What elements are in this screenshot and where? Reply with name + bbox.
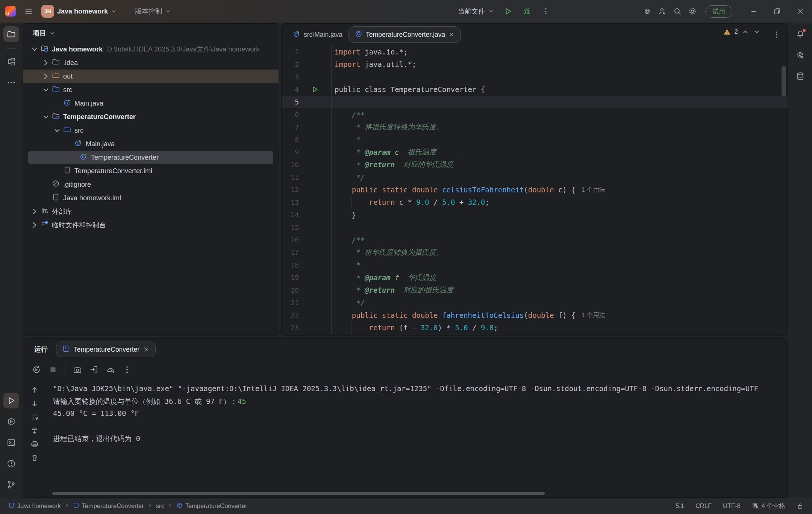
clear-console-trash-button[interactable]: [30, 454, 39, 462]
unlock-icon[interactable]: [797, 502, 804, 509]
editor-scrollbar[interactable]: [782, 66, 786, 97]
tool-window-git-button[interactable]: [3, 477, 19, 493]
tree-expand-chevron-icon[interactable]: [30, 207, 39, 216]
tree-item[interactable]: Java homework.iml: [23, 191, 279, 205]
tab-options-kebab-icon[interactable]: [773, 30, 781, 39]
tree-item[interactable]: .idea: [23, 56, 279, 70]
vcs-widget[interactable]: 版本控制: [135, 7, 171, 16]
run-gutter-icon[interactable]: [299, 86, 331, 93]
tool-window-problems-button[interactable]: [3, 456, 19, 472]
tree-expand-chevron-icon[interactable]: [41, 71, 51, 81]
ai-chat-button[interactable]: [792, 47, 808, 63]
more-run-options-button[interactable]: [538, 4, 553, 19]
line-number: 5: [282, 98, 299, 106]
code-text: *: [331, 259, 788, 271]
tree-item[interactable]: .gitignore: [23, 178, 279, 191]
search-everywhere-button[interactable]: [670, 4, 685, 19]
soft-wrap-button[interactable]: [30, 413, 39, 421]
svg-text:C: C: [357, 32, 360, 36]
ai-assistant-button[interactable]: [640, 4, 655, 19]
code-with-me-button[interactable]: [655, 4, 670, 19]
tree-item[interactable]: CTemperatureConverter: [28, 151, 273, 164]
snapshot-camera-button[interactable]: [73, 365, 82, 374]
breadcrumb-label: Java homework: [17, 502, 61, 509]
svg-text:C: C: [178, 503, 180, 507]
foldersrc-icon: [62, 126, 72, 135]
debug-button[interactable]: [520, 4, 535, 19]
git-branch-icon: [7, 480, 16, 489]
tool-window-terminal-button[interactable]: [3, 435, 19, 451]
run-tab[interactable]: TemperatureConverter: [56, 342, 156, 357]
caret-position[interactable]: 5:1: [676, 502, 684, 509]
editor-tab-active[interactable]: CTemperatureConverter.java: [348, 26, 461, 43]
settings-button[interactable]: [685, 4, 700, 19]
console-output[interactable]: "D:\Java JDK25\bin\java.exe" "-javaagent…: [46, 380, 788, 497]
tree-indent: [52, 98, 62, 108]
database-button[interactable]: [792, 68, 808, 84]
tree-expand-chevron-icon[interactable]: [41, 58, 51, 68]
tool-window-structure-button[interactable]: [3, 54, 19, 70]
line-number: 2: [282, 60, 299, 68]
tree-item[interactable]: CMain.java: [23, 97, 279, 110]
tree-item[interactable]: src: [23, 83, 279, 97]
scroll-down-button[interactable]: [30, 399, 39, 408]
minimize-button[interactable]: [742, 0, 765, 23]
main-menu-button[interactable]: [21, 4, 36, 19]
close-tab-icon[interactable]: [448, 32, 454, 38]
breadcrumb-item[interactable]: CTemperatureConverter: [176, 502, 247, 510]
tree-expand-chevron-icon[interactable]: [30, 44, 39, 54]
code-editor[interactable]: 1import java.io.*;2import java.util.*;34…: [282, 45, 788, 334]
tree-item[interactable]: TemperatureConverter.iml: [23, 164, 279, 178]
line-separator[interactable]: CRLF: [695, 502, 712, 509]
tree-item[interactable]: CMain.java: [23, 137, 279, 151]
editor-tab[interactable]: Csrc\Main.java: [287, 26, 348, 43]
notifications-button[interactable]: [792, 26, 808, 42]
prev-warning-chevron-up-icon[interactable]: [742, 28, 749, 36]
tool-window-run-button[interactable]: [3, 393, 19, 408]
tree-expand-chevron-icon[interactable]: [41, 85, 51, 95]
scroll-to-end-button[interactable]: [30, 426, 39, 435]
scratch-icon: [39, 221, 49, 230]
tree-expand-chevron-icon[interactable]: [41, 112, 51, 122]
indent-setting[interactable]: 4 个空格: [752, 502, 785, 510]
tree-item[interactable]: 外部库: [23, 205, 279, 218]
run-options-kebab-icon[interactable]: [123, 365, 132, 374]
run-config-selector[interactable]: 当前文件: [458, 7, 494, 16]
breadcrumb-item[interactable]: Java homework: [8, 502, 61, 510]
project-widget[interactable]: JH Java homework: [41, 5, 117, 18]
project-panel-header[interactable]: 项目: [23, 24, 279, 42]
profiler-gauge-button[interactable]: [106, 365, 115, 374]
print-button[interactable]: [30, 440, 39, 448]
code-text: *: [331, 133, 788, 146]
attach-console-button[interactable]: [89, 365, 98, 374]
breadcrumb-label: TemperatureConverter: [82, 502, 144, 509]
tree-item[interactable]: Java homeworkD:\IntelliJ IDEA 2025.3.3\J…: [23, 42, 279, 56]
breadcrumb-item[interactable]: src: [156, 502, 164, 509]
rerun-button[interactable]: [32, 365, 41, 374]
close-button[interactable]: [789, 0, 812, 23]
tool-window-project-button[interactable]: [3, 26, 19, 42]
tree-expand-chevron-icon[interactable]: [52, 125, 62, 135]
indent-guide: [351, 196, 352, 209]
tree-item[interactable]: 临时文件和控制台: [23, 218, 279, 232]
trial-badge[interactable]: 试用: [705, 5, 732, 18]
scroll-up-button[interactable]: [30, 386, 39, 394]
next-warning-chevron-down-icon[interactable]: [753, 28, 760, 36]
breadcrumb-item[interactable]: TemperatureConverter: [73, 502, 144, 510]
file-encoding[interactable]: UTF-8: [723, 502, 741, 509]
console-horizontal-scrollbar[interactable]: [52, 492, 545, 495]
tree-expand-chevron-icon[interactable]: [30, 220, 39, 230]
editor-tab-bar: Csrc\Main.javaCTemperatureConverter.java: [282, 24, 788, 45]
code-text: */: [331, 171, 788, 183]
more-tool-windows-button[interactable]: [3, 75, 19, 91]
folder-icon: [51, 58, 61, 67]
stop-button[interactable]: [48, 365, 58, 374]
tool-window-services-button[interactable]: [3, 414, 19, 429]
restore-button[interactable]: [765, 0, 789, 23]
tree-item[interactable]: TemperatureConverter: [23, 110, 279, 124]
run-button[interactable]: [501, 4, 516, 19]
inspections-widget[interactable]: 2: [723, 28, 760, 36]
tree-item[interactable]: out: [23, 70, 279, 83]
tree-item[interactable]: src: [23, 124, 279, 137]
close-tab-icon[interactable]: [143, 346, 149, 352]
